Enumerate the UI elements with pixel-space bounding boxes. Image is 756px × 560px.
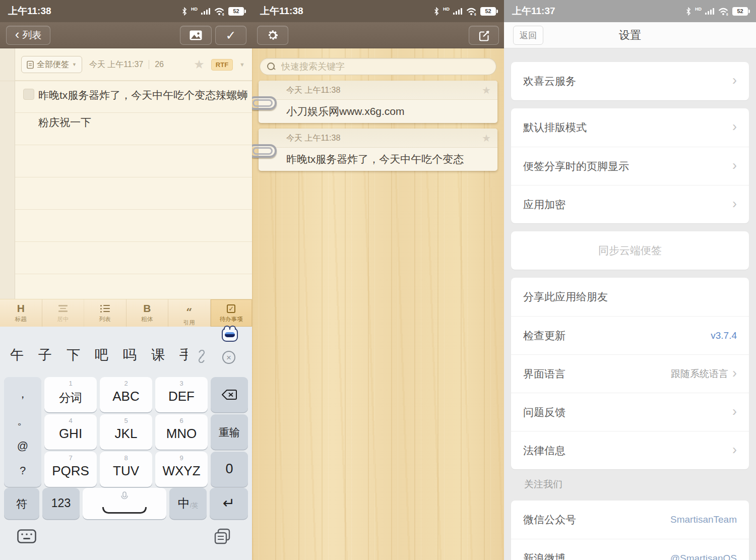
- settings-row-language[interactable]: 界面语言 跟随系统语言 ›: [511, 354, 749, 393]
- format-heading-button[interactable]: H 标题: [0, 299, 42, 327]
- panel-settings: 上午11:37 HD 6 52 设置 返回 欢喜云服务 › 默认排版模式 ›: [504, 0, 756, 560]
- compose-note-button[interactable]: [469, 26, 499, 45]
- favorite-star-icon[interactable]: ★: [194, 57, 205, 72]
- settings-row-feedback[interactable]: 问题反馈 ›: [511, 393, 749, 431]
- todo-checkbox[interactable]: [23, 89, 34, 100]
- meta-dropdown-icon[interactable]: ▼: [239, 61, 245, 68]
- settings-row-weibo[interactable]: 新浪微博 @SmartisanOS: [511, 539, 749, 560]
- key-6-mno[interactable]: 6MNO: [155, 414, 208, 450]
- bluetooth-icon: [685, 7, 691, 16]
- note-text[interactable]: 昨晚tx服务器炸了，今天中午吃个变态辣螺蛳粉庆祝一下: [38, 82, 252, 136]
- enter-key[interactable]: ↵: [210, 488, 248, 519]
- note-card-date: 今天 上午11:38: [286, 85, 340, 96]
- clipboard-panels-icon[interactable]: [214, 528, 231, 544]
- paperclip-icon: [252, 96, 277, 110]
- format-list-button[interactable]: 列表: [84, 299, 127, 327]
- key-8-tuv[interactable]: 8TUV: [100, 452, 152, 487]
- search-input[interactable]: [280, 61, 489, 73]
- candidate[interactable]: 手: [179, 346, 187, 364]
- candidate-bar: 午 子 下 吧 吗 课 手: [10, 346, 187, 364]
- svg-text:6: 6: [222, 12, 224, 16]
- numbers-key[interactable]: 123: [42, 488, 80, 519]
- settings-row-cloud-service[interactable]: 欢喜云服务 ›: [511, 62, 749, 100]
- format-quote-button[interactable]: “ 引用: [168, 299, 211, 327]
- note-card-text: 小刀娱乐网www.x6g.com: [286, 104, 490, 118]
- key-4-ghi[interactable]: 4GHI: [44, 414, 97, 450]
- settings-row-share-footer[interactable]: 便签分享时的页脚显示 ›: [511, 147, 749, 185]
- search-bar[interactable]: [260, 58, 496, 75]
- wechat-account: SmartisanTeam: [670, 514, 737, 525]
- note-card[interactable]: 今天 上午11:38 ★ 小刀娱乐网www.x6g.com: [259, 81, 497, 123]
- favorite-star-icon[interactable]: ★: [482, 84, 491, 96]
- settings-card-sync: 同步云端便签: [511, 231, 749, 270]
- rtf-badge: RTF: [211, 59, 233, 71]
- candidate[interactable]: 课: [151, 346, 165, 364]
- align-center-icon: [58, 303, 68, 314]
- settings-row-share-app[interactable]: 分享此应用给朋友: [511, 278, 749, 316]
- note-card[interactable]: 今天 上午11:38 ★ 昨晚tx服务器炸了，今天中午吃个变态: [259, 129, 497, 171]
- format-todo-button[interactable]: ✓ 待办事项: [211, 299, 253, 327]
- notebook-selector[interactable]: 全部便签 ▼: [21, 56, 82, 73]
- candidate[interactable]: 下: [67, 346, 80, 364]
- format-toolbar: H 标题 居中 列表 B 粗体 “ 引用 ✓ 待办事项: [0, 299, 252, 327]
- heading-icon: H: [17, 303, 25, 314]
- insert-image-button[interactable]: [180, 26, 212, 45]
- punctuation-key-column[interactable]: ， 。 @ ?: [4, 377, 41, 487]
- backspace-key[interactable]: [211, 377, 248, 412]
- settings-row-check-update[interactable]: 检查更新 v3.7.4: [511, 316, 749, 354]
- settings-card-cloud: 欢喜云服务 ›: [511, 62, 749, 100]
- settings-button[interactable]: [257, 26, 288, 45]
- sync-cloud-notes-button[interactable]: 同步云端便签: [511, 231, 749, 270]
- battery-icon: 52: [228, 7, 244, 16]
- battery-icon: 52: [732, 7, 748, 16]
- space-key[interactable]: [83, 488, 166, 519]
- link-icon[interactable]: [195, 350, 208, 363]
- settings-row-legal[interactable]: 法律信息 ›: [511, 431, 749, 469]
- paper-margin-strip: [0, 48, 15, 299]
- close-candidates-icon[interactable]: ×: [222, 351, 235, 364]
- back-button[interactable]: 返回: [513, 26, 543, 45]
- status-time: 上午11:37: [512, 5, 555, 18]
- key-7-pqrs[interactable]: 7PQRS: [44, 452, 97, 487]
- candidate[interactable]: 午: [10, 346, 24, 364]
- bluetooth-icon: [433, 7, 439, 16]
- confirm-button[interactable]: ✓: [215, 26, 246, 45]
- notebook-icon: [27, 60, 34, 69]
- settings-row-default-layout[interactable]: 默认排版模式 ›: [511, 108, 749, 147]
- weibo-account: @SmartisanOS: [670, 553, 737, 560]
- note-paper[interactable]: 全部便签 ▼ 今天 上午11:37 26 ★ RTF ▼ 昨晚tx服务器炸了，今…: [0, 48, 252, 299]
- candidate[interactable]: 子: [38, 346, 52, 364]
- settings-card-preferences: 默认排版模式 › 便签分享时的页脚显示 › 应用加密 ›: [511, 108, 749, 223]
- chevron-right-icon: ›: [732, 74, 737, 87]
- candidate[interactable]: 吧: [95, 346, 108, 364]
- key-9-wxyz[interactable]: 9WXYZ: [155, 452, 208, 487]
- format-bold-button[interactable]: B 粗体: [127, 299, 169, 327]
- key-0[interactable]: 0: [211, 452, 248, 487]
- assistant-robot-icon[interactable]: [222, 328, 238, 342]
- format-center-button[interactable]: 居中: [42, 299, 85, 327]
- favorite-star-icon[interactable]: ★: [482, 132, 491, 144]
- retype-key[interactable]: 重输: [211, 414, 248, 450]
- key-3-def[interactable]: 3DEF: [155, 377, 208, 412]
- enter-icon: ↵: [210, 494, 248, 512]
- backspace-icon: [221, 389, 237, 400]
- back-to-list-button[interactable]: ‹ 列表: [6, 26, 50, 45]
- status-time: 上午11:38: [8, 5, 51, 18]
- chevron-right-icon: ›: [732, 443, 737, 457]
- language-toggle-key[interactable]: 中/英: [169, 488, 207, 519]
- settings-row-app-lock[interactable]: 应用加密 ›: [511, 185, 749, 223]
- key-1-fenci[interactable]: 1分词: [44, 377, 97, 412]
- notes-wood-background: 今天 上午11:38 ★ 小刀娱乐网www.x6g.com 今天 上午11:38…: [252, 48, 504, 560]
- symbols-key[interactable]: 符: [4, 488, 39, 519]
- signal-icon: [453, 8, 462, 15]
- editor-header: ‹ 列表 ✓: [0, 22, 252, 48]
- settings-card-follow: 微信公众号 SmartisanTeam 新浪微博 @SmartisanOS: [511, 501, 749, 560]
- key-5-jkl[interactable]: 5JKL: [100, 414, 152, 450]
- candidate[interactable]: 吗: [123, 346, 137, 364]
- key-2-abc[interactable]: 2ABC: [100, 377, 152, 412]
- search-icon: [267, 63, 276, 71]
- keyboard-collapse-icon[interactable]: [17, 529, 36, 543]
- settings-row-wechat[interactable]: 微信公众号 SmartisanTeam: [511, 501, 749, 539]
- compose-icon: [478, 29, 490, 42]
- hd-badge: HD: [191, 7, 198, 12]
